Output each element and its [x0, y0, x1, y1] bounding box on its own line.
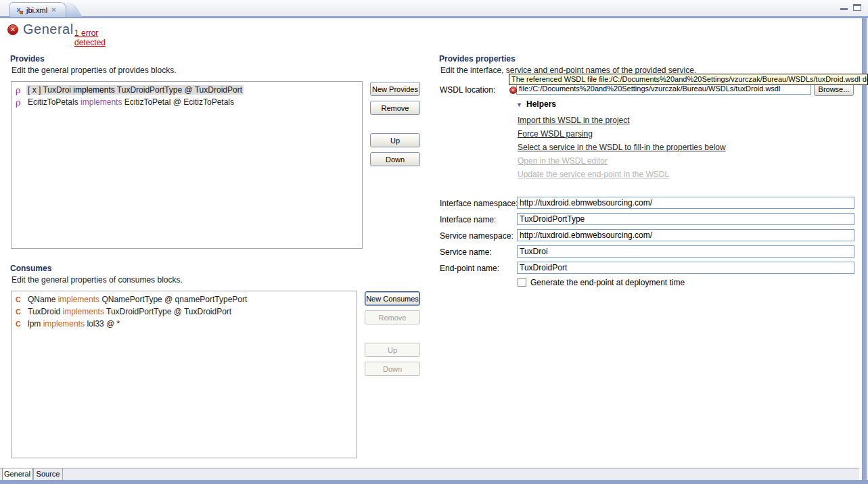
- error-count-link[interactable]: 1 error detected: [74, 28, 106, 47]
- provides-item-name: EcitizToPetals: [28, 97, 78, 107]
- bottom-frame-border: [0, 480, 868, 484]
- consumes-section-title: Consumes: [10, 264, 51, 273]
- close-icon[interactable]: ✕: [51, 7, 56, 14]
- helper-link-import-wsdl[interactable]: Import this WSDL in the project: [518, 116, 630, 125]
- helper-link-select-service[interactable]: Select a service in the WSDL to fill-in …: [518, 143, 726, 152]
- provides-icon: ρ: [16, 85, 24, 95]
- interface-namespace-input[interactable]: [517, 197, 854, 209]
- consumes-item[interactable]: C QName implements QNamePortType @ qname…: [12, 293, 357, 306]
- window: X jbi.xml ✕ ✕ General 1 error detected P…: [0, 0, 868, 484]
- consumes-icon: C: [16, 295, 24, 304]
- consumes-list[interactable]: C QName implements QNamePortType @ qname…: [11, 291, 357, 458]
- provides-properties-title: Provides properties: [439, 54, 516, 64]
- provides-up-button[interactable]: Up: [370, 133, 420, 147]
- consumes-icon: C: [16, 320, 24, 328]
- consumes-item-name: TuxDroid: [28, 307, 60, 316]
- implements-keyword: implements: [58, 295, 99, 304]
- editor-tab-bar: X jbi.xml ✕: [0, 0, 868, 18]
- consumes-icon: C: [16, 308, 24, 316]
- provides-item-name: [ x ] TuxDroi: [28, 85, 71, 95]
- provides-section-description: Edit the general properties of provides …: [12, 66, 176, 75]
- consumes-down-button[interactable]: Down: [365, 362, 420, 376]
- implements-keyword: implements: [73, 85, 114, 95]
- new-consumes-button[interactable]: New Consumes: [365, 291, 420, 306]
- provides-item[interactable]: ρ [ x ] TuxDroi implements TuxDroidPortT…: [12, 84, 362, 96]
- interface-name-label: Interface name:: [440, 215, 496, 224]
- implements-keyword: implements: [43, 319, 85, 329]
- field-error-icon: ✕: [509, 87, 517, 94]
- consumes-item[interactable]: C TuxDroid implements TuxDroidPortType @…: [12, 306, 357, 318]
- bottom-tab-general[interactable]: General: [2, 468, 32, 481]
- remove-provides-button[interactable]: Remove: [370, 101, 420, 115]
- endpoint-name-label: End-point name:: [440, 264, 499, 273]
- generate-endpoint-checkbox[interactable]: [518, 278, 526, 287]
- provides-item[interactable]: ρ EcitizToPetals implements EcitizToPeta…: [12, 96, 362, 108]
- provides-down-button[interactable]: Down: [370, 152, 420, 166]
- bottom-tab-source[interactable]: Source: [33, 468, 63, 481]
- provides-icon: ρ: [16, 97, 24, 107]
- service-namespace-label: Service namespace:: [440, 231, 513, 241]
- consumes-up-button[interactable]: Up: [365, 343, 420, 357]
- wsdl-error-tooltip: The referenced WSDL file file:/C:/Docume…: [509, 74, 868, 85]
- maximize-icon[interactable]: [853, 4, 861, 11]
- bottom-tab-bar: General Source: [0, 468, 859, 480]
- xml-file-icon: X: [14, 5, 23, 15]
- helper-link-force-parsing[interactable]: Force WSDL parsing: [518, 129, 593, 139]
- service-name-input[interactable]: [517, 245, 854, 258]
- editor-tab[interactable]: X jbi.xml ✕: [9, 2, 66, 17]
- consumes-item-name: QName: [28, 295, 55, 304]
- endpoint-name-input[interactable]: [517, 262, 854, 274]
- right-frame-border: [862, 18, 867, 480]
- provides-item-rest: TuxDroidPortType @ TuxDroidPort: [117, 85, 242, 95]
- consumes-section-description: Edit the general properties of consumes …: [12, 275, 183, 285]
- consumes-item[interactable]: C lpm implements lol33 @ *: [12, 318, 357, 330]
- minimize-icon[interactable]: [840, 4, 848, 10]
- generate-endpoint-checkbox-label: Generate the end-point at deployment tim…: [530, 278, 685, 287]
- helper-link-update-endpoint: Update the service end-point in the WSDL: [518, 170, 669, 179]
- consumes-item-rest: QNamePortType @ qnamePortTypePort: [101, 295, 247, 304]
- consumes-item-rest: TuxDroidPortType @ TuxDroidPort: [106, 307, 231, 316]
- implements-keyword: implements: [63, 307, 104, 316]
- provides-list[interactable]: ρ [ x ] TuxDroi implements TuxDroidPortT…: [11, 81, 363, 249]
- consumes-item-name: lpm: [28, 319, 41, 329]
- remove-consumes-button[interactable]: Remove: [365, 310, 420, 324]
- interface-namespace-label: Interface namespace:: [440, 199, 518, 208]
- helpers-header: Helpers: [526, 99, 556, 109]
- consumes-item-rest: lol33 @ *: [87, 319, 120, 329]
- interface-name-input[interactable]: [517, 213, 854, 225]
- chevron-down-icon[interactable]: ▼: [516, 101, 522, 108]
- editor-tab-label: jbi.xml: [26, 6, 47, 14]
- implements-keyword: implements: [81, 97, 122, 107]
- service-namespace-input[interactable]: [517, 229, 854, 241]
- helper-link-open-editor: Open in the WSDL editor: [518, 156, 608, 166]
- provides-item-rest: EcitizToPetal @ EcitizToPetals: [124, 97, 234, 107]
- error-icon: ✕: [7, 24, 18, 35]
- wsdl-location-label: WSDL location:: [440, 85, 495, 95]
- page-title: General: [23, 22, 74, 37]
- provides-section-title: Provides: [10, 54, 45, 64]
- new-provides-button[interactable]: New Provides: [370, 82, 420, 96]
- service-name-label: Service name:: [440, 247, 492, 257]
